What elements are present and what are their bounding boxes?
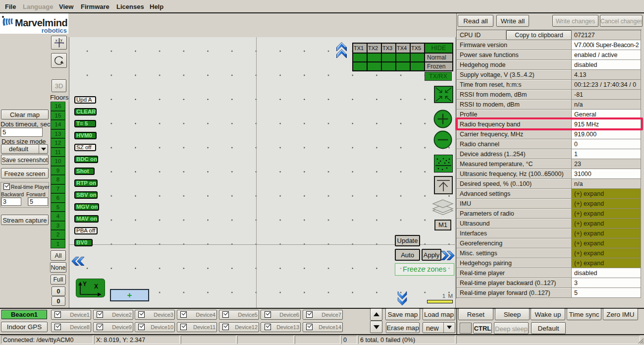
svg-text:X: X — [94, 283, 98, 290]
svg-text:x: x — [55, 38, 57, 43]
svg-text:Y: Y — [83, 281, 87, 288]
svg-text:y: y — [60, 38, 62, 42]
